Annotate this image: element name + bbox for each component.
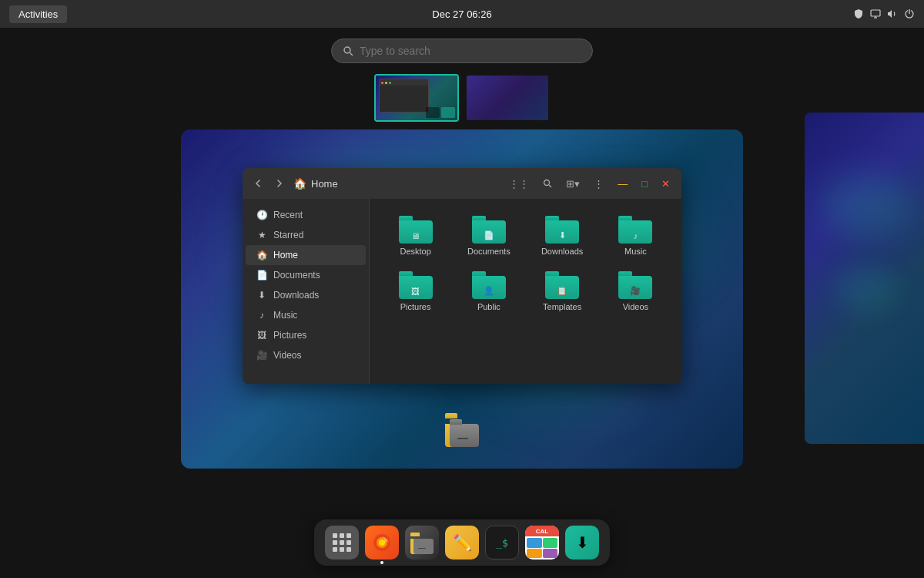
dock-installer[interactable]: ⬇: [565, 526, 599, 560]
music-icon: ♪: [256, 310, 267, 321]
folder-public-label: Public: [477, 302, 500, 311]
folder-templates-icon: 📋: [545, 271, 579, 299]
folder-desktop[interactable]: 🖥 Desktop: [382, 211, 449, 260]
folder-videos-icon: 🎥: [618, 271, 652, 299]
starred-icon: ★: [256, 230, 267, 240]
folder-desktop-emblem: 🖥: [411, 231, 420, 240]
svg-point-6: [544, 180, 550, 186]
documents-icon: 📄: [256, 270, 267, 281]
folder-pictures-label: Pictures: [400, 302, 431, 311]
firefox-active-dot: [380, 561, 383, 564]
folder-videos[interactable]: 🎥 Videos: [602, 267, 669, 316]
grid-icon: [330, 531, 353, 554]
sidebar-label-videos: Videos: [273, 350, 301, 361]
svg-line-7: [549, 185, 551, 187]
svg-rect-0: [871, 10, 880, 16]
clock: Dec 27 06:26: [432, 8, 491, 20]
folder-templates-label: Templates: [543, 302, 581, 311]
fm-body: 🕐 Recent ★ Starred 🏠 Home 📄 Documents: [243, 199, 681, 384]
sidebar-label-documents: Documents: [273, 270, 320, 281]
fm-view-button[interactable]: ⊞▾: [562, 176, 584, 192]
dock-firefox[interactable]: [365, 526, 399, 560]
fm-title: 🏠 Home: [293, 177, 499, 190]
folder-desktop-label: Desktop: [400, 247, 430, 256]
mini-fm: [379, 79, 429, 113]
calendar-icon: CAL: [525, 526, 559, 560]
sidebar-item-documents[interactable]: 📄 Documents: [246, 265, 366, 285]
files-stack-icon: [445, 413, 479, 447]
dock-terminal[interactable]: _$: [485, 526, 519, 560]
sidebar-item-downloads[interactable]: ⬇ Downloads: [246, 285, 366, 305]
workspace-2[interactable]: [465, 74, 550, 122]
folder-videos-label: Videos: [623, 302, 648, 311]
sidebar-label-starred: Starred: [273, 230, 303, 240]
fm-title-text: Home: [311, 178, 338, 190]
dock-app-grid[interactable]: [325, 526, 359, 560]
fm-search-button[interactable]: [539, 176, 556, 190]
svg-point-10: [379, 539, 385, 546]
installer-icon: ⬇: [576, 533, 589, 552]
folder-documents-label: Documents: [467, 247, 511, 256]
folder-downloads-icon: ⬇: [545, 216, 579, 244]
workspace-1[interactable]: [374, 74, 459, 122]
fm-titlebar: 🏠 Home ⋮⋮ ⊞▾ ⋮ — □ ✕: [243, 168, 681, 199]
search-icon: [343, 45, 353, 56]
fm-menu-button[interactable]: ⋮⋮: [505, 176, 533, 192]
activities-button[interactable]: Activities: [9, 5, 67, 23]
dock-files[interactable]: [405, 526, 439, 560]
fm-options-button[interactable]: ⋮: [590, 176, 608, 192]
folder-documents[interactable]: 📄 Documents: [455, 211, 522, 260]
fm-back-button[interactable]: [250, 176, 266, 191]
sidebar-item-starred[interactable]: ★ Starred: [246, 225, 366, 245]
sidebar-item-home[interactable]: 🏠 Home: [246, 245, 366, 265]
desktop-preview[interactable]: 🏠 Home ⋮⋮ ⊞▾ ⋮ — □ ✕: [181, 129, 743, 469]
notes-icon: ✏️: [453, 533, 472, 552]
folder-templates[interactable]: 📋 Templates: [529, 267, 596, 316]
security-icon[interactable]: [853, 8, 864, 19]
sidebar-item-recent[interactable]: 🕐 Recent: [246, 205, 366, 225]
sidebar-label-downloads: Downloads: [273, 290, 319, 301]
folder-music[interactable]: ♪ Music: [602, 211, 669, 260]
sidebar-item-music[interactable]: ♪ Music: [246, 305, 366, 325]
dock-calendar[interactable]: CAL: [525, 526, 559, 560]
volume-icon[interactable]: [887, 8, 898, 19]
screen-icon[interactable]: [870, 8, 881, 19]
svg-point-4: [344, 47, 350, 53]
sidebar-item-videos[interactable]: 🎥 Videos: [246, 345, 366, 365]
overview: 🏠 Home ⋮⋮ ⊞▾ ⋮ — □ ✕: [0, 28, 924, 578]
side-workspace[interactable]: [805, 113, 924, 444]
folder-public[interactable]: 👤 Public: [455, 267, 522, 316]
fm-close-button[interactable]: ✕: [658, 176, 674, 192]
fm-sidebar: 🕐 Recent ★ Starred 🏠 Home 📄 Documents: [243, 199, 370, 384]
dock: ✏️ _$ CAL ⬇: [314, 519, 610, 566]
sidebar-label-pictures: Pictures: [273, 330, 306, 341]
folder-downloads[interactable]: ⬇ Downloads: [529, 211, 596, 260]
fm-toolbar-right: ⋮⋮ ⊞▾ ⋮ — □ ✕: [505, 176, 674, 192]
sidebar-label-music: Music: [273, 310, 297, 321]
folder-music-icon: ♪: [618, 216, 652, 244]
firefox-icon: [372, 533, 392, 553]
fm-minimize-button[interactable]: —: [614, 176, 631, 192]
folder-pictures-icon: 🖼: [399, 271, 433, 299]
home-sidebar-icon: 🏠: [256, 250, 267, 260]
sidebar-item-pictures[interactable]: 🖼 Pictures: [246, 325, 366, 345]
fm-forward-button[interactable]: [272, 176, 287, 191]
file-manager-window: 🏠 Home ⋮⋮ ⊞▾ ⋮ — □ ✕: [243, 168, 681, 384]
power-icon[interactable]: [904, 8, 915, 19]
folder-documents-icon: 📄: [472, 216, 506, 244]
folder-pictures[interactable]: 🖼 Pictures: [382, 267, 449, 316]
system-tray: [853, 8, 915, 19]
sidebar-label-recent: Recent: [273, 210, 303, 220]
svg-line-5: [350, 53, 353, 56]
videos-icon: 🎥: [256, 350, 267, 361]
fm-maximize-button[interactable]: □: [638, 176, 651, 192]
search-input[interactable]: [360, 45, 581, 57]
terminal-icon: _$: [496, 537, 508, 549]
side-blob-1: [820, 174, 912, 236]
taskbar-files-icon[interactable]: [444, 413, 480, 453]
search-container: [331, 39, 593, 63]
folder-downloads-label: Downloads: [541, 247, 583, 256]
pictures-icon: 🖼: [256, 330, 267, 341]
search-bar[interactable]: [331, 39, 593, 63]
dock-notes[interactable]: ✏️: [445, 526, 479, 560]
